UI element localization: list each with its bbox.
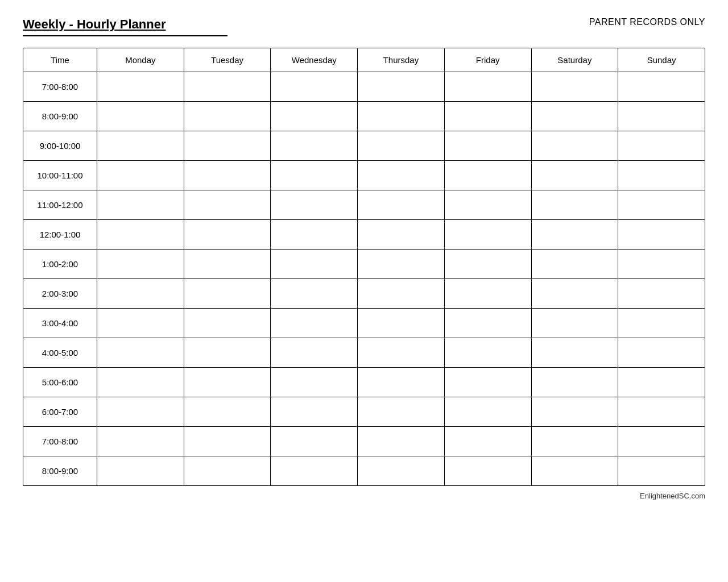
cell-row10-day4[interactable] [444,368,531,397]
cell-row6-day2[interactable] [271,250,358,279]
cell-row10-day1[interactable] [184,368,271,397]
cell-row8-day0[interactable] [97,309,184,338]
cell-row0-day3[interactable] [358,72,445,102]
cell-row0-day0[interactable] [97,72,184,102]
cell-row0-day5[interactable] [531,72,618,102]
cell-row12-day5[interactable] [531,427,618,456]
cell-row13-day4[interactable] [444,456,531,486]
cell-row7-day6[interactable] [618,279,705,309]
cell-row4-day5[interactable] [531,190,618,220]
cell-row1-day5[interactable] [531,102,618,131]
cell-row12-day1[interactable] [184,427,271,456]
cell-row4-day0[interactable] [97,190,184,220]
cell-row11-day6[interactable] [618,397,705,427]
cell-row9-day4[interactable] [444,338,531,368]
cell-row3-day5[interactable] [531,161,618,190]
cell-row7-day3[interactable] [358,279,445,309]
cell-row5-day2[interactable] [271,220,358,250]
cell-row3-day1[interactable] [184,161,271,190]
cell-row13-day6[interactable] [618,456,705,486]
cell-row4-day4[interactable] [444,190,531,220]
cell-row11-day4[interactable] [444,397,531,427]
cell-row1-day6[interactable] [618,102,705,131]
cell-row10-day6[interactable] [618,368,705,397]
cell-row2-day0[interactable] [97,131,184,161]
cell-row3-day2[interactable] [271,161,358,190]
cell-row4-day3[interactable] [358,190,445,220]
cell-row12-day2[interactable] [271,427,358,456]
cell-row3-day4[interactable] [444,161,531,190]
cell-row9-day0[interactable] [97,338,184,368]
cell-row12-day4[interactable] [444,427,531,456]
cell-row11-day1[interactable] [184,397,271,427]
cell-row11-day3[interactable] [358,397,445,427]
cell-row2-day3[interactable] [358,131,445,161]
cell-row6-day4[interactable] [444,250,531,279]
cell-row6-day0[interactable] [97,250,184,279]
time-slot-9: 4:00-5:00 [23,338,97,368]
cell-row7-day0[interactable] [97,279,184,309]
cell-row7-day5[interactable] [531,279,618,309]
cell-row1-day4[interactable] [444,102,531,131]
cell-row6-day1[interactable] [184,250,271,279]
cell-row5-day6[interactable] [618,220,705,250]
cell-row7-day4[interactable] [444,279,531,309]
cell-row10-day0[interactable] [97,368,184,397]
cell-row3-day0[interactable] [97,161,184,190]
cell-row11-day2[interactable] [271,397,358,427]
cell-row9-day3[interactable] [358,338,445,368]
cell-row5-day3[interactable] [358,220,445,250]
cell-row8-day4[interactable] [444,309,531,338]
cell-row8-day3[interactable] [358,309,445,338]
cell-row5-day1[interactable] [184,220,271,250]
cell-row13-day1[interactable] [184,456,271,486]
cell-row11-day5[interactable] [531,397,618,427]
cell-row4-day1[interactable] [184,190,271,220]
cell-row0-day1[interactable] [184,72,271,102]
cell-row6-day6[interactable] [618,250,705,279]
cell-row9-day5[interactable] [531,338,618,368]
cell-row8-day6[interactable] [618,309,705,338]
cell-row5-day5[interactable] [531,220,618,250]
cell-row12-day3[interactable] [358,427,445,456]
cell-row6-day5[interactable] [531,250,618,279]
cell-row2-day1[interactable] [184,131,271,161]
cell-row9-day2[interactable] [271,338,358,368]
cell-row13-day2[interactable] [271,456,358,486]
cell-row7-day2[interactable] [271,279,358,309]
cell-row5-day0[interactable] [97,220,184,250]
cell-row9-day1[interactable] [184,338,271,368]
cell-row13-day0[interactable] [97,456,184,486]
cell-row1-day1[interactable] [184,102,271,131]
cell-row12-day6[interactable] [618,427,705,456]
cell-row8-day5[interactable] [531,309,618,338]
cell-row7-day1[interactable] [184,279,271,309]
cell-row13-day3[interactable] [358,456,445,486]
cell-row0-day4[interactable] [444,72,531,102]
cell-row9-day6[interactable] [618,338,705,368]
cell-row10-day3[interactable] [358,368,445,397]
cell-row6-day3[interactable] [358,250,445,279]
cell-row2-day2[interactable] [271,131,358,161]
cell-row10-day2[interactable] [271,368,358,397]
cell-row3-day3[interactable] [358,161,445,190]
cell-row2-day5[interactable] [531,131,618,161]
cell-row11-day0[interactable] [97,397,184,427]
cell-row12-day0[interactable] [97,427,184,456]
cell-row0-day6[interactable] [618,72,705,102]
cell-row3-day6[interactable] [618,161,705,190]
cell-row1-day0[interactable] [97,102,184,131]
cell-row8-day1[interactable] [184,309,271,338]
cell-row2-day6[interactable] [618,131,705,161]
cell-row5-day4[interactable] [444,220,531,250]
cell-row1-day3[interactable] [358,102,445,131]
cell-row1-day2[interactable] [271,102,358,131]
cell-row2-day4[interactable] [444,131,531,161]
cell-row10-day5[interactable] [531,368,618,397]
table-row: 2:00-3:00 [23,279,705,309]
cell-row4-day6[interactable] [618,190,705,220]
cell-row0-day2[interactable] [271,72,358,102]
cell-row8-day2[interactable] [271,309,358,338]
cell-row4-day2[interactable] [271,190,358,220]
cell-row13-day5[interactable] [531,456,618,486]
